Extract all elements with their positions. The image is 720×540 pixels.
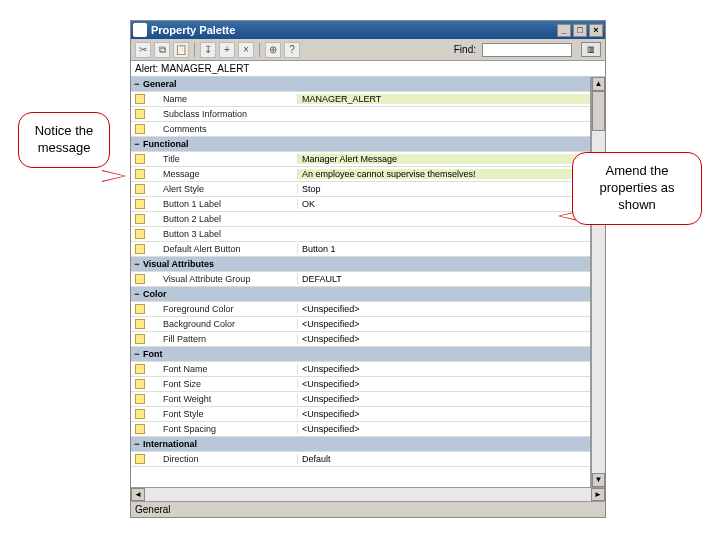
search-go-button[interactable]: ▥ <box>581 42 601 57</box>
inherit-icon[interactable]: ↧ <box>200 42 216 58</box>
property-name: Visual Attribute Group <box>147 274 297 284</box>
property-row[interactable]: Fill Pattern<Unspecified> <box>131 332 590 347</box>
property-icon <box>135 244 145 254</box>
property-icon <box>135 184 145 194</box>
property-row[interactable]: Comments <box>131 122 590 137</box>
category-functional[interactable]: −Functional <box>131 137 590 152</box>
category-font[interactable]: −Font <box>131 347 590 362</box>
close-button[interactable]: × <box>589 24 603 37</box>
collapse-icon[interactable]: − <box>131 349 143 359</box>
property-row[interactable]: Font Spacing<Unspecified> <box>131 422 590 437</box>
property-row[interactable]: Default Alert ButtonButton 1 <box>131 242 590 257</box>
property-icon <box>135 334 145 344</box>
property-row[interactable]: Font Style<Unspecified> <box>131 407 590 422</box>
property-value[interactable]: OK <box>297 199 590 209</box>
property-value[interactable]: MANAGER_ALERT <box>297 94 590 104</box>
category-general[interactable]: −General <box>131 77 590 92</box>
property-name: Font Weight <box>147 394 297 404</box>
collapse-icon[interactable]: − <box>131 439 143 449</box>
property-icon <box>135 454 145 464</box>
callout-notice: Notice the message <box>18 112 110 168</box>
property-value[interactable]: <Unspecified> <box>297 319 590 329</box>
property-icon <box>135 394 145 404</box>
property-row[interactable]: Button 1 LabelOK <box>131 197 590 212</box>
scroll-down-button[interactable]: ▼ <box>592 473 605 487</box>
category-label: Visual Attributes <box>143 259 214 269</box>
property-value[interactable]: <Unspecified> <box>297 364 590 374</box>
property-row[interactable]: TitleManager Alert Message <box>131 152 590 167</box>
property-value[interactable]: <Unspecified> <box>297 304 590 314</box>
property-grid: −GeneralNameMANAGER_ALERTSubclass Inform… <box>131 77 591 487</box>
property-row[interactable]: Subclass Information <box>131 107 590 122</box>
property-row[interactable]: Font Size<Unspecified> <box>131 377 590 392</box>
minimize-button[interactable]: _ <box>557 24 571 37</box>
hscroll-track[interactable] <box>145 488 591 501</box>
titlebar[interactable]: Property Palette _ □ × <box>131 21 605 39</box>
property-row[interactable]: DirectionDefault <box>131 452 590 467</box>
property-row[interactable]: Button 2 Label <box>131 212 590 227</box>
property-name: Direction <box>147 454 297 464</box>
collapse-icon[interactable]: − <box>131 139 143 149</box>
property-icon <box>135 169 145 179</box>
scroll-right-button[interactable]: ► <box>591 488 605 501</box>
vertical-scrollbar[interactable]: ▲ ▼ <box>591 77 605 487</box>
property-value[interactable]: Manager Alert Message <box>297 154 590 164</box>
context-bar: Alert: MANAGER_ALERT <box>131 61 605 77</box>
help-icon[interactable]: ? <box>284 42 300 58</box>
property-value[interactable]: <Unspecified> <box>297 409 590 419</box>
category-label: General <box>143 79 177 89</box>
maximize-button[interactable]: □ <box>573 24 587 37</box>
property-value[interactable]: <Unspecified> <box>297 334 590 344</box>
property-value[interactable]: <Unspecified> <box>297 424 590 434</box>
category-label: Functional <box>143 139 189 149</box>
property-value[interactable]: <Unspecified> <box>297 394 590 404</box>
scroll-left-button[interactable]: ◄ <box>131 488 145 501</box>
collapse-icon[interactable]: − <box>131 79 143 89</box>
union-icon[interactable]: ⊕ <box>265 42 281 58</box>
property-name: Font Name <box>147 364 297 374</box>
category-label: Font <box>143 349 163 359</box>
property-name: Fill Pattern <box>147 334 297 344</box>
cut-icon[interactable]: ✂ <box>135 42 151 58</box>
property-row[interactable]: Visual Attribute GroupDEFAULT <box>131 272 590 287</box>
property-row[interactable]: Font Name<Unspecified> <box>131 362 590 377</box>
collapse-icon[interactable]: − <box>131 289 143 299</box>
property-name: Font Style <box>147 409 297 419</box>
property-row[interactable]: Alert StyleStop <box>131 182 590 197</box>
window-title: Property Palette <box>151 24 235 36</box>
property-value[interactable]: <Unspecified> <box>297 379 590 389</box>
property-icon <box>135 274 145 284</box>
property-name: Font Size <box>147 379 297 389</box>
scroll-up-button[interactable]: ▲ <box>592 77 605 91</box>
property-value[interactable]: Button 1 <box>297 244 590 254</box>
property-name: Comments <box>147 124 297 134</box>
property-value[interactable]: DEFAULT <box>297 274 590 284</box>
property-value[interactable]: Stop <box>297 184 590 194</box>
property-row[interactable]: Button 3 Label <box>131 227 590 242</box>
collapse-icon[interactable]: − <box>131 259 143 269</box>
category-color[interactable]: −Color <box>131 287 590 302</box>
property-name: Button 2 Label <box>147 214 297 224</box>
property-value[interactable]: An employee cannot supervise themselves! <box>297 169 590 179</box>
property-icon <box>135 409 145 419</box>
property-icon <box>135 424 145 434</box>
copy-icon[interactable]: ⧉ <box>154 42 170 58</box>
category-visual-attributes[interactable]: −Visual Attributes <box>131 257 590 272</box>
scroll-track[interactable] <box>592 91 605 473</box>
property-row[interactable]: NameMANAGER_ALERT <box>131 92 590 107</box>
scroll-thumb[interactable] <box>592 91 605 131</box>
property-name: Foreground Color <box>147 304 297 314</box>
category-international[interactable]: −International <box>131 437 590 452</box>
property-name: Alert Style <box>147 184 297 194</box>
horizontal-scrollbar[interactable]: ◄ ► <box>131 487 605 501</box>
property-row[interactable]: Foreground Color<Unspecified> <box>131 302 590 317</box>
property-row[interactable]: Background Color<Unspecified> <box>131 317 590 332</box>
property-row[interactable]: Font Weight<Unspecified> <box>131 392 590 407</box>
add-icon[interactable]: + <box>219 42 235 58</box>
property-row[interactable]: MessageAn employee cannot supervise them… <box>131 167 590 182</box>
property-icon <box>135 304 145 314</box>
property-value[interactable]: Default <box>297 454 590 464</box>
find-input[interactable] <box>482 43 572 57</box>
paste-icon[interactable]: 📋 <box>173 42 189 58</box>
delete-icon[interactable]: × <box>238 42 254 58</box>
